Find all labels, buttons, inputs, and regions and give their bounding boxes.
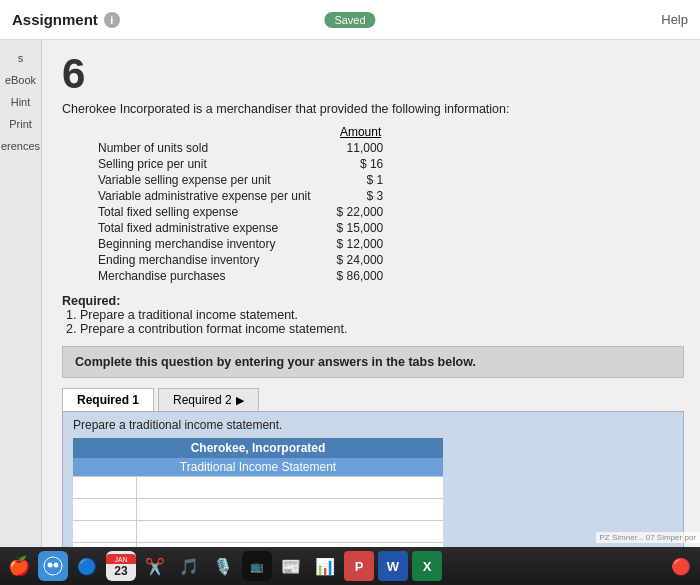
sidebar-item-print[interactable]: Print (0, 114, 41, 134)
complete-question-text: Complete this question by entering your … (75, 355, 476, 369)
table-row: Variable administrative expense per unit… (92, 188, 389, 204)
taskbar-appletv-icon[interactable]: 📺 (242, 551, 272, 581)
data-table: Amount Number of units sold11,000Selling… (92, 124, 389, 284)
table-cell-value: $ 15,000 (331, 220, 390, 236)
content-area: 6 Cherokee Incorporated is a merchandise… (42, 40, 700, 547)
table-col-amount: Amount (331, 124, 390, 140)
help-button[interactable]: Help (661, 12, 688, 27)
table-cell-label: Selling price per unit (92, 156, 331, 172)
table-cell-value: $ 22,000 (331, 204, 390, 220)
table-cell-value: $ 1 (331, 172, 390, 188)
table-cell-label: Total fixed selling expense (92, 204, 331, 220)
saved-badge: Saved (324, 12, 375, 28)
taskbar-siri-icon[interactable]: 🔵 (72, 551, 102, 581)
required-item-1: 1. Prepare a traditional income statemen… (66, 308, 684, 322)
table-cell-label: Variable selling expense per unit (92, 172, 331, 188)
top-bar-left: Assignment i (12, 11, 120, 28)
table-cell-value: $ 3 (331, 188, 390, 204)
table-row: Selling price per unit$ 16 (92, 156, 389, 172)
taskbar-powerpoint-icon[interactable]: P (344, 551, 374, 581)
table-cell-label: Total fixed administrative expense (92, 220, 331, 236)
page-number: 6 (62, 50, 684, 98)
income-table-title-row: Cherokee, Incorporated (73, 438, 443, 458)
svg-point-0 (44, 557, 62, 575)
required-section: Required: 1. Prepare a traditional incom… (62, 294, 684, 336)
chevron-right-icon: ▶ (236, 394, 244, 407)
income-table-subtitle: Traditional Income Statement (73, 458, 443, 477)
taskbar-word-icon[interactable]: W (378, 551, 408, 581)
table-row: Total fixed selling expense$ 22,000 (92, 204, 389, 220)
tabs-row: Required 1 Required 2 ▶ (62, 388, 684, 411)
table-cell-value: $ 16 (331, 156, 390, 172)
income-table-title: Cherokee, Incorporated (73, 438, 443, 458)
sidebar-item-ebook[interactable]: eBook (0, 70, 41, 90)
watermark: PZ Simner... 07 Simper por (596, 532, 700, 543)
taskbar-apple-icon[interactable]: 🍎 (4, 551, 34, 581)
table-cell-label: Beginning merchandise inventory (92, 236, 331, 252)
taskbar-calendar-icon[interactable]: JAN 23 (106, 551, 136, 581)
sidebar-item-hint[interactable]: Hint (0, 92, 41, 112)
info-icon[interactable]: i (104, 12, 120, 28)
income-table-row (73, 477, 443, 499)
income-row-1-value[interactable] (136, 477, 443, 499)
answer-area-label: Prepare a traditional income statement. (73, 418, 673, 432)
table-row: Number of units sold11,000 (92, 140, 389, 156)
table-cell-label: Variable administrative expense per unit (92, 188, 331, 204)
table-col-label (92, 124, 331, 140)
svg-point-2 (54, 563, 59, 568)
table-row: Beginning merchandise inventory$ 12,000 (92, 236, 389, 252)
tab-required-1[interactable]: Required 1 (62, 388, 154, 411)
table-cell-value: $ 12,000 (331, 236, 390, 252)
income-row-3-value[interactable] (136, 521, 443, 543)
top-bar: Assignment i Saved Help (0, 0, 700, 40)
svg-point-1 (48, 563, 53, 568)
table-row: Total fixed administrative expense$ 15,0… (92, 220, 389, 236)
intro-text: Cherokee Incorporated is a merchandiser … (62, 102, 684, 116)
sidebar: s eBook Hint Print erences (0, 40, 42, 547)
taskbar-news-icon[interactable]: 📰 (276, 551, 306, 581)
table-row: Variable selling expense per unit$ 1 (92, 172, 389, 188)
main-layout: s eBook Hint Print erences 6 Cherokee In… (0, 40, 700, 547)
table-cell-label: Number of units sold (92, 140, 331, 156)
answer-area: Prepare a traditional income statement. … (62, 411, 684, 547)
taskbar-music-icon[interactable]: 🎵 (174, 551, 204, 581)
income-table: Cherokee, Incorporated Traditional Incom… (73, 438, 443, 547)
sidebar-item-s[interactable]: s (0, 48, 41, 68)
taskbar-podcast-icon[interactable]: 🎙️ (208, 551, 238, 581)
complete-question-box: Complete this question by entering your … (62, 346, 684, 378)
taskbar-excel-icon[interactable]: X (412, 551, 442, 581)
table-cell-label: Ending merchandise inventory (92, 252, 331, 268)
table-cell-value: 11,000 (331, 140, 390, 156)
table-cell-value: $ 24,000 (331, 252, 390, 268)
taskbar-scissors-icon[interactable]: ✂️ (140, 551, 170, 581)
taskbar-finder-icon[interactable] (38, 551, 68, 581)
income-row-2-label (73, 499, 136, 521)
income-table-row (73, 499, 443, 521)
taskbar-stocks-icon[interactable]: 📊 (310, 551, 340, 581)
taskbar-extra-icon[interactable]: 🔴 (666, 551, 696, 581)
income-row-1-label (73, 477, 136, 499)
income-table-row (73, 521, 443, 543)
table-cell-label: Merchandise purchases (92, 268, 331, 284)
taskbar: 🍎 🔵 JAN 23 ✂️ 🎵 🎙️ 📺 📰 📊 P W X 🔴 (0, 547, 700, 585)
table-cell-value: $ 86,000 (331, 268, 390, 284)
required-item-2: 2. Prepare a contribution format income … (66, 322, 684, 336)
table-row: Ending merchandise inventory$ 24,000 (92, 252, 389, 268)
tab-required-2[interactable]: Required 2 ▶ (158, 388, 259, 411)
assignment-title: Assignment (12, 11, 98, 28)
income-row-2-value[interactable] (136, 499, 443, 521)
sidebar-item-references[interactable]: erences (0, 136, 41, 156)
required-title: Required: (62, 294, 120, 308)
income-row-3-label (73, 521, 136, 543)
income-statement-wrapper: Cherokee, Incorporated Traditional Incom… (73, 438, 443, 547)
table-row: Merchandise purchases$ 86,000 (92, 268, 389, 284)
income-table-subtitle-row: Traditional Income Statement (73, 458, 443, 477)
